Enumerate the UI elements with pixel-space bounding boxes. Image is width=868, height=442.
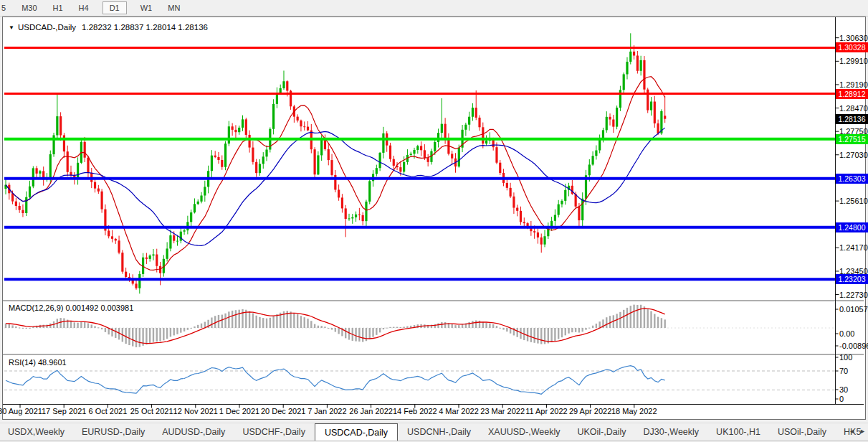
macd-signal-line [6, 309, 665, 344]
price-tick-label: 1.30630 [839, 33, 868, 43]
tab-scroll-controls: ◄ ► [849, 423, 866, 440]
timeframe-button-5[interactable]: 5 [0, 1, 10, 14]
timeframe-button-h1[interactable]: H1 [49, 1, 67, 14]
rsi-axis-label: 30 [839, 385, 868, 395]
price-tick-label: 1.24170 [839, 243, 868, 253]
candles-layer [4, 33, 666, 293]
current-price-flag: 1.28136 [836, 114, 868, 124]
rsi-axis-label: 70 [839, 366, 868, 376]
level-price-flag: 1.26303 [836, 174, 868, 184]
timeframe-button-d1[interactable]: D1 [102, 1, 127, 14]
chart-plot-svg [3, 17, 864, 418]
timeframe-button-h4[interactable]: H4 [75, 1, 93, 14]
timeframe-button-m30[interactable]: M30 [17, 1, 41, 14]
chart-tab-dj30-weekly[interactable]: DJ30-,Weekly [636, 423, 707, 441]
level-price-flag: 1.24800 [836, 222, 868, 232]
chart-tab-usdcnh-daily[interactable]: USDCNH-,Daily [399, 423, 479, 441]
chart-tab-usdx-weekly[interactable]: USDX,Weekly [0, 423, 72, 441]
price-tick-label: 1.25610 [839, 196, 868, 206]
timeframe-toolbar: 5M30H1H4D1W1MN [0, 0, 868, 17]
tab-scroll-right-icon[interactable]: ► [859, 428, 866, 435]
chart-tab-ukoil-daily[interactable]: UKOil-,Daily [569, 423, 634, 441]
macd-axis-label: -0.00896 [839, 341, 868, 351]
chart-tab-bar: USDX,WeeklyEURUSD-,DailyAUDUSD-,DailyUSD… [0, 423, 868, 441]
price-pane [4, 33, 666, 293]
chart-tab-xauusd-weekly[interactable]: XAUUSD-,Weekly [480, 423, 568, 441]
timeframe-button-mn[interactable]: MN [163, 1, 184, 14]
chart-tab-uk100-h1[interactable]: UK100-,H1 [708, 423, 768, 441]
macd-indicator-label: MACD(12,26,9) 0.001492 0.003981 [9, 304, 133, 312]
price-tick-label: 1.29910 [839, 56, 868, 66]
date-axis-label: 18 May 2022 [604, 407, 664, 415]
rsi-line [6, 366, 665, 395]
macd-axis-label: 0.00 [839, 329, 868, 339]
chart-title: ▼USDCAD-,Daily1.28232 1.28837 1.28014 1.… [9, 23, 208, 32]
rsi-pane [6, 366, 665, 395]
price-tick-label: 1.27030 [839, 150, 868, 160]
chart-tab-eurusd-daily[interactable]: EURUSD-,Daily [74, 423, 153, 441]
chart-tab-usdchf-daily[interactable]: USDCHF-,Daily [234, 423, 313, 441]
rsi-axis-label: 0 [839, 394, 868, 404]
level-price-flag: 1.27515 [836, 134, 868, 144]
symbol-dropdown-icon[interactable]: ▼ [9, 24, 14, 31]
level-price-flag: 1.28912 [836, 89, 868, 99]
rsi-axis-label: 100 [839, 352, 868, 362]
tab-scroll-left-icon[interactable]: ◄ [849, 428, 855, 435]
level-price-flag: 1.30328 [836, 42, 868, 52]
chart-tab-usdcad-daily[interactable]: USDCAD-,Daily [315, 423, 398, 441]
level-price-flag: 1.23203 [836, 274, 868, 284]
macd-axis-label: 0.010578 [839, 304, 868, 314]
chart-symbol-label: USDCAD-,Daily [18, 23, 76, 32]
chart-tab-audusd-daily[interactable]: AUDUSD-,Daily [154, 423, 233, 441]
chart-window: ▼USDCAD-,Daily1.28232 1.28837 1.28014 1.… [2, 17, 866, 420]
rsi-indicator-label: RSI(14) 48.9601 [9, 358, 67, 367]
timeframe-button-w1[interactable]: W1 [136, 1, 157, 14]
chart-tab-usoil-daily[interactable]: USOil-,Daily [770, 423, 834, 441]
price-tick-label: 1.22730 [839, 290, 868, 300]
price-tick-label: 1.28470 [839, 103, 868, 113]
chart-ohlc-values: 1.28232 1.28837 1.28014 1.28136 [82, 23, 208, 32]
terminal-window: { "toolbar": { "timeframes": [ {"label":… [0, 0, 868, 442]
